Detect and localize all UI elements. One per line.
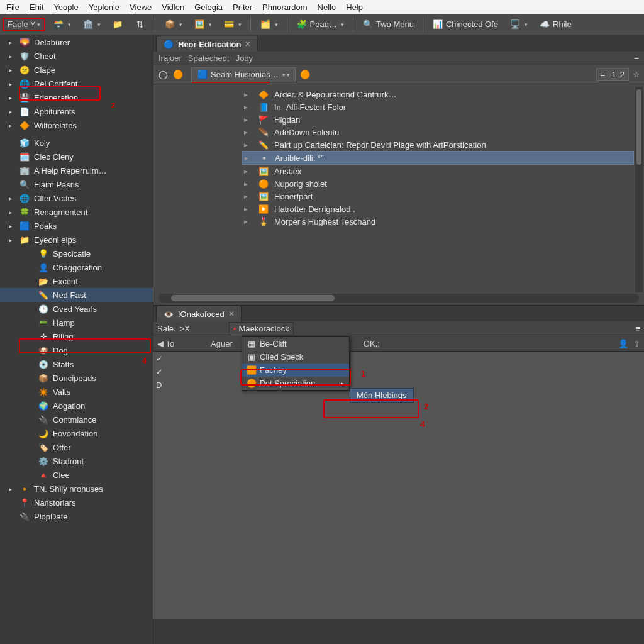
list-item[interactable]: ▸🖼️Honerfpart — [242, 190, 634, 203]
sidebar-item-flaim-pasris[interactable]: 🔍Flaim Pasris — [0, 177, 153, 191]
tb-icon-5[interactable]: 📦▾ — [160, 18, 186, 31]
scrollbar-thumb[interactable] — [171, 295, 335, 301]
menu-file[interactable]: File — [3, 2, 23, 13]
subbar-item[interactable]: Spateched; — [188, 53, 230, 63]
sidebar-item-stadront[interactable]: ⚙️Stadront — [0, 454, 153, 468]
vertical-scrollbar[interactable] — [635, 87, 643, 292]
subbar-item[interactable]: Joby — [236, 53, 253, 63]
sidebar-item-chaggoration[interactable]: 👤Chaggoration — [0, 260, 153, 274]
menu-phnorardom[interactable]: Phnorardom — [258, 2, 311, 13]
bottom-tab[interactable]: 👁️ !Onakofoced ✕ — [156, 306, 242, 321]
crumb-maek[interactable]: ▪ Maekoraclock — [229, 322, 294, 335]
sidebar-item-plopdate[interactable]: 🔌PlopDate — [0, 509, 153, 523]
sidebar-item-excent[interactable]: 📂Excent — [0, 274, 153, 288]
menu-help[interactable]: Help — [342, 2, 367, 13]
sidebar-item-poaks[interactable]: ▸🟦Poaks — [0, 219, 153, 233]
menu-nello[interactable]: Nello — [314, 2, 340, 13]
two-menu-button[interactable]: 🔍Two Menu — [358, 18, 418, 31]
menu-yeople[interactable]: Yeople — [50, 2, 82, 13]
submenu-item[interactable]: Mén Hlebings — [350, 388, 414, 402]
check-row[interactable]: D — [156, 380, 163, 390]
menu-priter[interactable]: Priter — [229, 2, 256, 13]
sidebar-item-valts[interactable]: ✴️Valts — [0, 385, 153, 399]
list-item[interactable]: ▸🪶AdeDown Folentu — [242, 126, 634, 138]
tb-icon-9[interactable]: 🖥️▾ — [506, 18, 531, 31]
menu-vidlen[interactable]: Vidlen — [158, 2, 188, 13]
sidebar-item-apbiturents[interactable]: ▸📄Apbiturents — [0, 104, 153, 118]
sidebar-item-clee[interactable]: 🔺Clee — [0, 468, 153, 482]
tb-icon-1[interactable]: 🗃️▾ — [49, 18, 75, 31]
list-item[interactable]: ▸▶️Hatrotter Derrignalod . — [242, 203, 634, 215]
sidebar-item-doncipeads[interactable]: 📦Doncipeads — [0, 371, 153, 385]
editor-tab[interactable]: 🔵 Heor Edlrication ✕ — [156, 36, 258, 52]
fable-button[interactable]: Faple Y ▾ — [3, 18, 45, 31]
sidebar-item-a-help-reperrulm-[interactable]: 🏢A Help Reperrulm… — [0, 164, 153, 177]
upload-icon[interactable]: ⇪ — [633, 339, 640, 348]
menu-item-cliedspeck[interactable]: ▣Clied Speck — [242, 350, 349, 364]
menu-item-fachey[interactable]: 🟧Fachey — [242, 364, 349, 377]
sidebar-item-fovondation[interactable]: 🌙Fovondation — [0, 426, 153, 440]
check-row[interactable]: ✓ — [156, 367, 163, 377]
tb-icon-7[interactable]: 💳▾ — [219, 18, 245, 31]
sidebar-item-offer[interactable]: 🏷️Offer — [0, 440, 153, 454]
menu-viewe[interactable]: Viewe — [126, 2, 155, 13]
crumb-x[interactable]: >X — [180, 324, 190, 333]
check-row[interactable]: ✓ — [156, 354, 163, 364]
crumb-sale[interactable]: Sale. — [157, 324, 176, 333]
sidebar-item-clec-cleny[interactable]: 🗓️Clec Cleny — [0, 150, 153, 164]
sidebar-item-wiltorelates[interactable]: ▸🔶Wiltorelates — [0, 118, 153, 132]
rhile-button[interactable]: ☁️Rhile — [535, 18, 575, 31]
list-item[interactable]: ▸✏️Pairt up Cartelcian: Repor Devl:l Pla… — [242, 138, 634, 151]
hamburger-icon[interactable]: ≡ — [635, 324, 640, 333]
sidebar-item-aogation[interactable]: 🌍Aogation — [0, 399, 153, 413]
sidebar-item-specicatle[interactable]: 💡Specicatle — [0, 247, 153, 260]
sidebar-item-riling[interactable]: ✛Riling — [0, 330, 153, 343]
sidebar-item-dog[interactable]: 🐶Dog — [0, 343, 153, 357]
tb-icon-4[interactable]: ⇅ — [131, 18, 150, 31]
sidebar-item-statts[interactable]: 💿Statts — [0, 357, 153, 371]
sidebar-item-ned-fast[interactable]: ✏️Ned Fast — [0, 288, 153, 302]
sidebar-item-rel cortfent[interactable]: ▸🌐Rel Cortfent — [0, 77, 153, 91]
list-item[interactable]: ▸📘InAlli-Festert Folor — [242, 101, 634, 113]
search-dropdown[interactable]: 🟦 Seam Husionias… ▾ ▾ — [191, 67, 296, 82]
circle-icon[interactable]: ◯ — [157, 69, 169, 80]
sidebar-item-delaburer[interactable]: ▸🌄Delaburer — [0, 35, 153, 49]
tb-icon-3[interactable]: 📁 — [108, 18, 127, 31]
sidebar-item-clfer-vcdes[interactable]: ▸🌐Clfer Vcdes — [0, 191, 153, 205]
sidebar-item-cheot[interactable]: ▸🛡️Cheot — [0, 49, 153, 63]
menu-item-potspreciation[interactable]: 🟠Pot Spreciation▸ — [242, 377, 349, 390]
tb-icon-6[interactable]: 🖼️▾ — [190, 18, 216, 31]
sidebar-item-nanstoriars[interactable]: 📍Nanstoriars — [0, 496, 153, 509]
sidebar-item-contmiance[interactable]: 🔌Contmiance — [0, 413, 153, 426]
sidebar-item-edeneration[interactable]: ▸💾Edeneration — [0, 91, 153, 104]
subbar-item[interactable]: Irajoer — [158, 53, 182, 63]
tb-icon-2[interactable]: 🏛️▾ — [79, 18, 104, 31]
scrollbar-thumb[interactable] — [636, 89, 641, 165]
star-icon[interactable]: ☆ — [633, 70, 640, 79]
menu-gelogia[interactable]: Gelogia — [191, 2, 226, 13]
list-item[interactable]: ▸🚩Higdan — [242, 113, 634, 126]
close-icon[interactable]: ✕ — [245, 40, 251, 48]
menu-item-beclift[interactable]: ▦Be-Clift — [242, 337, 349, 350]
aguer-label[interactable]: Aguer — [211, 339, 233, 348]
tb-icon-8[interactable]: 🗂️▾ — [256, 18, 282, 31]
list-item[interactable]: ▸▫️Aruible-dili: °" — [242, 151, 634, 165]
list-item[interactable]: ▸🖼️Ansbex — [242, 165, 634, 177]
help-icon[interactable]: 🟠 — [299, 69, 311, 80]
orb-icon[interactable]: 🟠 — [172, 69, 184, 80]
sidebar-item-oved-yearls[interactable]: 🕒Oved Yearls — [0, 302, 153, 316]
sidebar-item-renagmentent[interactable]: ▸🍀Renagmentent — [0, 205, 153, 219]
sidebar-item-koly[interactable]: 🧊Koly — [0, 136, 153, 150]
menu-yeplonle[interactable]: Yeplonle — [85, 2, 123, 13]
sidebar-item-clape[interactable]: ▸😕Clape — [0, 63, 153, 77]
list-item[interactable]: ▸🟠Nuporig sholet — [242, 177, 634, 190]
sidebar-item-hamp[interactable]: 📟Hamp — [0, 316, 153, 330]
close-icon[interactable]: ✕ — [228, 309, 235, 318]
menu-ehit[interactable]: Ehit — [26, 2, 47, 13]
hamburger-icon[interactable]: ≡ — [634, 53, 639, 64]
chinected-button[interactable]: 📊Chinected Ofe — [428, 18, 502, 31]
peaq-button[interactable]: 🧩Peaq…▾ — [292, 18, 348, 31]
list-item[interactable]: ▸🔶Arder. & Pepourationd Cantrurk… — [242, 88, 634, 101]
user-icon[interactable]: 👤 — [618, 339, 628, 348]
to-button[interactable]: ◀ To — [157, 339, 174, 348]
